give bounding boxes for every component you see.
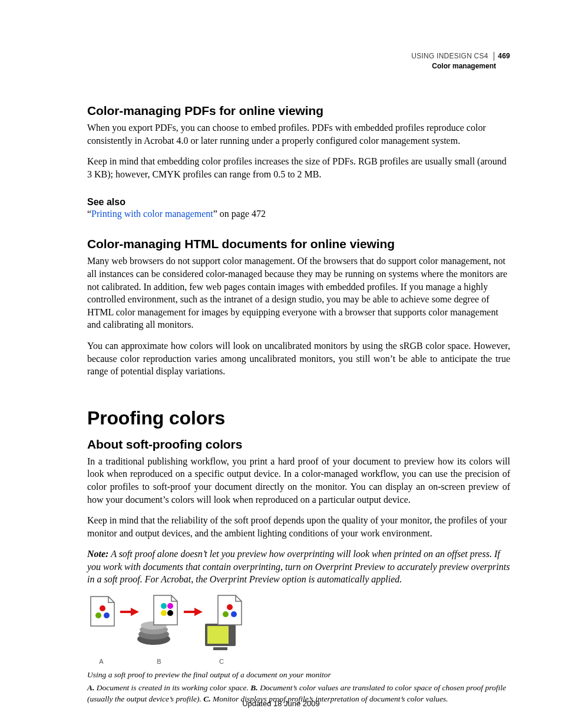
paragraph: Keep in mind that the reliability of the…	[87, 514, 510, 539]
paragraph: In a traditional publishing workflow, yo…	[87, 455, 510, 506]
svg-point-17	[223, 611, 229, 617]
soft-proof-figure: A B C	[87, 594, 510, 666]
figure-desc-b-lead: B.	[250, 683, 257, 692]
see-also-suffix: on page 472	[217, 209, 266, 219]
heading-html-online: Color-managing HTML documents for online…	[87, 237, 510, 251]
quote-close: ”	[213, 209, 217, 219]
paragraph: When you export PDFs, you can choose to …	[87, 121, 510, 147]
svg-point-3	[95, 612, 101, 618]
svg-point-9	[161, 603, 167, 609]
svg-point-4	[104, 612, 110, 618]
svg-point-11	[161, 610, 167, 616]
page-footer: Updated 18 June 2009	[0, 699, 562, 708]
note-lead: Note:	[87, 549, 108, 559]
heading-soft-proofing: About soft-proofing colors	[87, 437, 510, 452]
figure-label-c: C	[219, 658, 224, 665]
running-head-chapter: Color management	[87, 62, 510, 71]
doc-title: USING INDESIGN CS4	[411, 52, 488, 60]
see-also-heading: See also	[87, 197, 510, 207]
figure-label-b: B	[157, 658, 161, 665]
svg-point-12	[167, 610, 173, 616]
figure-desc-a: Document is created in its working color…	[94, 683, 250, 692]
see-also-entry: “Printing with color management” on page…	[87, 209, 510, 219]
paragraph: Keep in mind that embedding color profil…	[87, 155, 510, 180]
svg-point-16	[227, 604, 233, 610]
svg-rect-14	[207, 626, 229, 644]
page-number: 469	[494, 52, 510, 61]
heading-proofing-colors: Proofing colors	[87, 407, 510, 429]
running-head-line1: USING INDESIGN CS4 469	[87, 52, 510, 61]
see-also-link[interactable]: Printing with color management	[91, 209, 213, 219]
note: Note: A soft proof alone doesn’t let you…	[87, 548, 510, 586]
svg-point-2	[100, 605, 105, 611]
soft-proof-diagram: A B C	[87, 594, 252, 666]
running-head: USING INDESIGN CS4 469 Color management	[87, 52, 510, 71]
figure-caption-line1: Using a soft proof to preview the final …	[87, 670, 510, 680]
svg-rect-15	[213, 647, 227, 650]
note-body: A soft proof alone doesn’t let you previ…	[87, 549, 510, 584]
figure-label-a: A	[99, 658, 104, 665]
figure-desc-a-lead: A.	[87, 683, 94, 692]
svg-point-18	[231, 611, 237, 617]
svg-point-10	[167, 603, 173, 609]
page-content: USING INDESIGN CS4 469 Color management …	[87, 52, 510, 704]
paragraph: Many web browsers do not support color m…	[87, 255, 510, 331]
paragraph: You can approximate how colors will look…	[87, 340, 510, 378]
footer-updated: Updated 18 June 2009	[242, 699, 320, 708]
heading-pdf-online: Color-managing PDFs for online viewing	[87, 104, 510, 118]
